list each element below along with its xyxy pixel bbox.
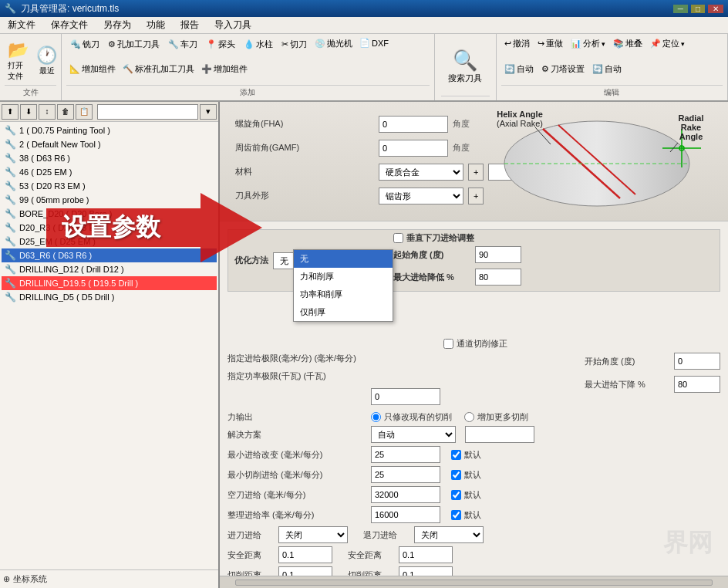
tree-item-d63-r6[interactable]: 🔧 D63_R6 ( D63 R6 ) [2, 248, 217, 262]
helix-input[interactable] [379, 116, 448, 133]
optimize-label: 优化方法 [234, 255, 268, 266]
min-feed-change-check[interactable] [451, 450, 461, 460]
tool-icon-bore: 🔧 [5, 208, 16, 219]
dropdown-item-force[interactable]: 力和削厚 [294, 268, 393, 286]
tree-item-53[interactable]: 🔧 53 ( D20 R3 EM ) [2, 179, 217, 193]
entry-feed-select[interactable]: 关闭 开启 [278, 526, 348, 543]
btn-drill-tool[interactable]: ⚙孔加工刀具 [104, 36, 163, 52]
menubar: 新文件 保存文件 另存为 功能 报告 导入刀具 [0, 17, 728, 34]
tree-btn-delete[interactable]: 🗑 [57, 104, 74, 120]
rapid-feed-input[interactable] [371, 486, 440, 503]
menu-new-file[interactable]: 新文件 [0, 17, 43, 33]
material-select[interactable]: 硬质合金 高速钢 陶瓷 金刚石 [379, 164, 463, 181]
tree-item-2[interactable]: 🔧 2 ( Default New Tool ) [2, 137, 217, 151]
btn-cut[interactable]: ✂切刀 [278, 36, 311, 52]
btn-search-tool[interactable]: 🔍 搜索刀具 [441, 36, 490, 96]
menu-function[interactable]: 功能 [139, 17, 173, 33]
minimize-button[interactable]: ─ [673, 5, 688, 13]
btn-auto2[interactable]: 🔄自动 [589, 62, 625, 76]
force-output-label: 力输出 [228, 411, 366, 423]
tree-item-drill-d5[interactable]: 🔧 DRILLING_D5 ( D5 Drill ) [2, 290, 217, 304]
menu-import-tool[interactable]: 导入刀具 [207, 17, 259, 33]
btn-cad[interactable]: 📐增加组件 [66, 62, 119, 76]
exit-cut-input[interactable] [399, 566, 453, 576]
btn-redo[interactable]: ↪重做 [534, 36, 566, 51]
min-feed-change-input[interactable] [371, 446, 440, 463]
dropdown-item-none[interactable]: 无 [294, 250, 393, 268]
shape-select[interactable]: 锯齿形 直线形 螺旋形 [379, 188, 463, 204]
hscroll-bar[interactable] [220, 576, 728, 588]
ribbon: 📂 打开文件 🕐 最近 文件 🔩铣刀 ⚙孔加工刀具 🔧车刀 📍探头 [0, 34, 728, 102]
btn-polish[interactable]: 💿抛光机 [312, 36, 356, 51]
force-radio2[interactable] [464, 412, 474, 422]
tree-btn-down[interactable]: ⬇ [20, 104, 37, 120]
cleanup-feed-input[interactable] [371, 506, 440, 523]
exit-feed-wrap: 退刀进给 关闭 开启 [363, 526, 484, 543]
btn-mill[interactable]: 🔩铣刀 [66, 36, 103, 52]
rapid-feed-check[interactable] [451, 490, 461, 500]
exit-feed-select[interactable]: 关闭 开启 [414, 526, 484, 543]
tree-item-1[interactable]: 🔧 1 ( D0.75 Painting Tool ) [2, 123, 217, 137]
dropdown-item-chiponly[interactable]: 仅削厚 [294, 303, 393, 321]
channel-label: 通道切削修正 [457, 338, 507, 350]
max-feed2-input[interactable] [674, 376, 720, 393]
btn-turret[interactable]: ⚙刀塔设置 [538, 62, 588, 76]
hscroll-thumb[interactable] [235, 580, 713, 586]
btn-stack[interactable]: 📚堆叠 [610, 36, 645, 51]
maximize-button[interactable]: □ [691, 5, 705, 13]
exit-cut-label: 切削距离 [348, 569, 394, 576]
solve-extra-input[interactable] [465, 426, 534, 443]
tree-item-drill-d12[interactable]: 🔧 DRILLING_D12 ( Drill D12 ) [2, 262, 217, 276]
cleanup-feed-check[interactable] [451, 510, 461, 520]
tree-item-drill-d19[interactable]: 🔧 DRILLING_D19.5 ( D19.5 Drill ) [2, 276, 217, 290]
menu-report[interactable]: 报告 [173, 17, 207, 33]
btn-auto1[interactable]: 🔄自动 [501, 62, 537, 76]
btn-std-drill[interactable]: 🔨标准孔加工刀具 [120, 62, 197, 76]
tree-search-btn[interactable]: ▾ [200, 104, 217, 120]
vertical-feed-checkbox[interactable] [393, 233, 403, 243]
min-cut-feed-check[interactable] [451, 470, 461, 480]
tree-item-d25-em[interactable]: 🔧 D25_EM ( D25 EM ) [2, 235, 217, 248]
helix-label: 螺旋角(FHA) [235, 118, 374, 130]
exit-safety-input[interactable] [399, 546, 453, 563]
btn-probe[interactable]: 📍探头 [202, 36, 239, 52]
tree-item-bore-d20[interactable]: 🔧 BORE_D20 ( D20 Bore ) [2, 207, 217, 221]
btn-recent[interactable]: 🕐 最近 [33, 43, 60, 79]
left-limits: 指定进给极限(毫米/分) (毫米/每分) 指定功率极限(千瓦) (千瓦) [228, 353, 569, 408]
tree-btn-copy[interactable]: 📋 [76, 104, 93, 120]
start-angle-input[interactable] [475, 246, 521, 263]
max-feed-input[interactable] [475, 269, 521, 286]
entry-cut-input[interactable] [278, 566, 332, 576]
solve-select[interactable]: 自动 [371, 426, 456, 443]
menu-save-as[interactable]: 另存为 [96, 17, 139, 33]
tree-btn-sort[interactable]: ↕ [39, 104, 56, 120]
btn-undo[interactable]: ↩撤消 [501, 36, 533, 51]
tree-item-d20-r3[interactable]: 🔧 D20_R3 ( D20 R3 EM ) [2, 221, 217, 235]
btn-add-component[interactable]: ➕增加组件 [198, 62, 251, 76]
btn-lathe[interactable]: 🔧车刀 [164, 36, 201, 52]
btn-analyze[interactable]: 📊分析▾ [568, 36, 608, 51]
tree-item-38[interactable]: 🔧 38 ( D63 R6 ) [2, 151, 217, 165]
solve-label: 解决方案 [228, 429, 366, 441]
ribbon-label-edit: 编辑 [501, 85, 723, 98]
force-radio1[interactable] [371, 412, 381, 422]
close-button[interactable]: ✕ [708, 5, 723, 13]
btn-waterjet[interactable]: 💧水柱 [240, 36, 277, 52]
start-angle2-input[interactable] [674, 353, 720, 370]
dropdown-item-power[interactable]: 功率和削厚 [294, 286, 393, 303]
tree-btn-up[interactable]: ⬆ [2, 104, 19, 120]
btn-position[interactable]: 📌定位▾ [647, 36, 688, 51]
tooth-input[interactable] [379, 140, 448, 157]
btn-open-file[interactable]: 📂 打开文件 [5, 38, 32, 84]
entry-safety-input[interactable] [278, 546, 332, 563]
tree-search-input[interactable] [97, 104, 198, 120]
channel-row: 通道切削修正 [228, 338, 720, 350]
menu-save-file[interactable]: 保存文件 [43, 17, 96, 33]
btn-dxf[interactable]: 📄DXF [356, 36, 392, 49]
min-cut-feed-input[interactable] [371, 466, 440, 483]
tree-item-46[interactable]: 🔧 46 ( D25 EM ) [2, 165, 217, 179]
vertical-feed-label: 垂直下刀进给调整 [406, 232, 474, 244]
channel-checkbox[interactable] [443, 339, 453, 349]
tree-item-99[interactable]: 🔧 99 ( 05mm probe ) [2, 193, 217, 207]
power-input[interactable] [371, 388, 440, 405]
